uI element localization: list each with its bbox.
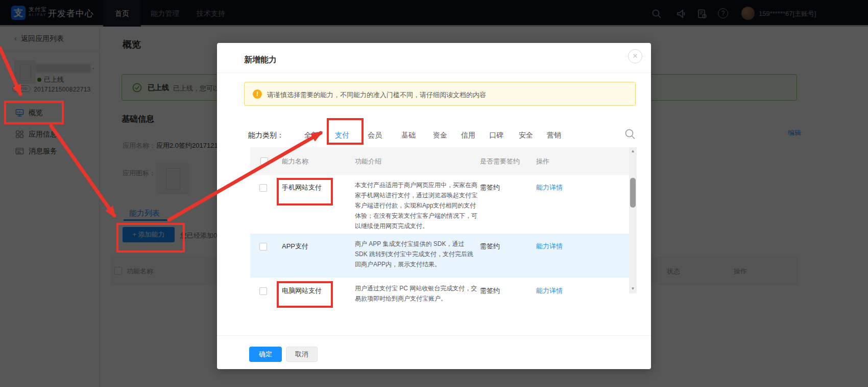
app-window: 支 支付宝 ALIPAY 开发者中心 首页 能力管理 技术支持 ? 159***… (0, 0, 868, 387)
column-header: 是否需要签约 (480, 157, 520, 166)
warning-icon: ! (253, 89, 262, 99)
warning-banner: ! 请谨慎选择需要的能力，不同能力的准入门槛不同，请仔细阅读文档的内容 (244, 82, 636, 106)
capability-name: 手机网站支付 (282, 183, 322, 192)
sign-required: 需签约 (480, 242, 500, 251)
category-tab-funds[interactable]: 资金 (433, 131, 447, 140)
table-scrollbar[interactable]: ▲ ▼ (629, 147, 637, 293)
scroll-down-icon[interactable]: ▼ (629, 286, 637, 291)
scroll-up-icon[interactable]: ▲ (629, 149, 637, 153)
row-checkbox[interactable] (259, 184, 267, 192)
capability-name: 电脑网站支付 (282, 286, 322, 295)
sign-required: 需签约 (480, 286, 500, 295)
divider (217, 335, 651, 336)
category-tab-member[interactable]: 会员 (368, 131, 382, 140)
select-all-checkbox[interactable] (260, 157, 268, 165)
capability-desc: 用户通过支付宝 PC 网站收银台完成支付，交易款项即时给到商户支付宝账户。 (355, 283, 478, 304)
category-tab-payment[interactable]: 支付 (335, 131, 349, 140)
sign-required: 需签约 (480, 183, 500, 192)
cancel-button[interactable]: 取消 (286, 347, 318, 362)
capability-detail-link[interactable]: 能力详情 (536, 183, 563, 192)
category-tab-credit[interactable]: 信用 (461, 131, 475, 140)
modal-table-header: 能力名称 功能介绍 是否需要签约 操作 (250, 147, 629, 175)
category-tab-security[interactable]: 安全 (519, 131, 533, 140)
close-icon[interactable]: ✕ (628, 49, 642, 63)
category-tab-marketing[interactable]: 营销 (547, 131, 561, 140)
modal-title: 新增能力 (244, 55, 277, 65)
category-tab-all[interactable]: 全部 (304, 131, 319, 140)
capability-detail-link[interactable]: 能力详情 (536, 242, 563, 251)
column-header: 能力名称 (282, 157, 308, 166)
category-tab-koubei[interactable]: 口碑 (489, 131, 503, 140)
column-header: 操作 (536, 157, 549, 166)
search-icon[interactable] (624, 128, 636, 140)
confirm-button[interactable]: 确定 (249, 347, 282, 362)
category-tab-basic[interactable]: 基础 (401, 131, 416, 140)
column-header: 功能介绍 (355, 157, 381, 166)
divider (217, 73, 651, 73)
row-checkbox[interactable] (259, 243, 267, 251)
capability-desc: 本支付产品适用于商户网页应用中，买家在商家手机网站进行支付，通过浏览器唤起支付宝… (355, 180, 478, 231)
capability-desc: 商户 APP 集成支付宝提供的 SDK，通过 SDK 跳转到支付宝中完成支付，支… (355, 239, 478, 269)
category-label: 能力类别： (248, 131, 284, 140)
warning-text: 请谨慎选择需要的能力，不同能力的准入门槛不同，请仔细阅读文档的内容 (267, 90, 486, 100)
scrollbar-thumb[interactable] (630, 178, 636, 208)
row-checkbox[interactable] (259, 287, 267, 295)
add-capability-modal: 新增能力 ✕ ! 请谨慎选择需要的能力，不同能力的准入门槛不同，请仔细阅读文档的… (217, 43, 651, 369)
capability-name: APP支付 (282, 242, 308, 251)
capability-detail-link[interactable]: 能力详情 (536, 286, 563, 295)
